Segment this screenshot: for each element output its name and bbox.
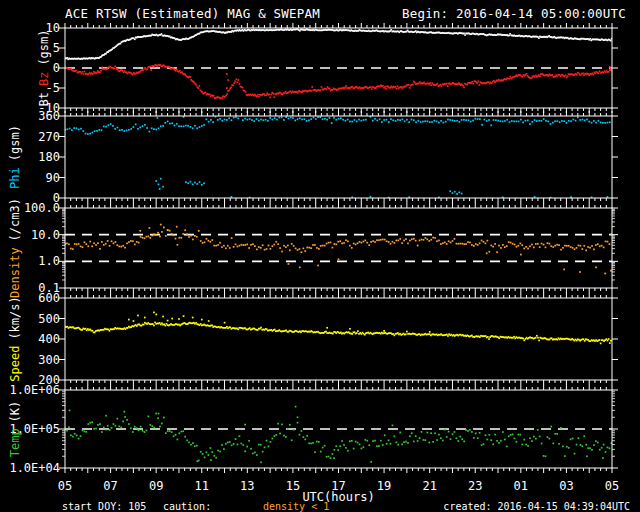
y-axis-label-temp-name: Temp <box>8 425 22 460</box>
panel-phi: 360270180900 <box>0 108 640 206</box>
ace-rtsw-plot: ACE RTSW (Estimated) MAG & SWEPAM Begin:… <box>0 0 640 512</box>
y-axis-label-speed-unit: (km/s) <box>8 293 22 342</box>
caution-value: density < 1 <box>263 501 329 512</box>
panel-frame <box>65 298 612 380</box>
y-tick-label: 180 <box>38 150 60 164</box>
y-axis-label-density: Density(/cm3) <box>8 195 22 301</box>
y-tick-label: 1.0E+06 <box>9 383 60 397</box>
data-points-bz <box>64 64 612 99</box>
y-axis-label-temp: Temp(K) <box>8 398 22 461</box>
panel-speed: 600500400300200 <box>0 290 640 388</box>
data-points-speed <box>64 312 612 345</box>
panel-frame <box>65 208 612 288</box>
panel-density: 100.010.01.00.1 <box>0 200 640 296</box>
y-axis-label-mag-unit: (gsm) <box>37 26 51 68</box>
y-axis-label-bt: Bt <box>37 89 51 109</box>
y-tick-label: 400 <box>38 332 60 346</box>
begin-timestamp: Begin: 2016-04-14 05:00:00UTC <box>402 6 626 21</box>
y-axis-label-speed-name: Speed <box>8 343 22 385</box>
data-points-density <box>64 224 612 275</box>
y-tick-label: 360 <box>38 109 60 123</box>
panel-mag: 1050-5-10 <box>0 20 640 116</box>
y-axis-label-phi: Phi(gsm) <box>8 122 22 192</box>
axis-ticks: 360270180900 <box>38 109 618 205</box>
data-points-phi <box>64 114 610 198</box>
page-title: ACE RTSW (Estimated) MAG & SWEPAM <box>65 6 320 21</box>
y-axis-label-density-unit: (/cm3) <box>8 195 22 244</box>
y-tick-label: 100.0 <box>24 201 60 215</box>
created-timestamp: created: 2016-04-15 04:39:04UTC <box>443 501 630 512</box>
y-tick-label: 300 <box>38 353 60 367</box>
y-tick-label: 270 <box>38 130 60 144</box>
y-axis-label-temp-unit: (K) <box>8 398 22 426</box>
y-tick-label: 600 <box>38 291 60 305</box>
start-doy-label: start DOY: 105 <box>62 501 146 512</box>
y-axis-label-mag: BtBz(gsm) <box>37 26 51 109</box>
y-tick-label: 1.0E+04 <box>9 461 60 475</box>
axis-ticks: 600500400300200 <box>38 291 618 387</box>
y-tick-label: 500 <box>38 312 60 326</box>
y-axis-label-speed: Speed(km/s) <box>8 293 22 384</box>
data-points-temp <box>64 406 612 463</box>
y-axis-label-phi-name: Phi <box>8 164 22 192</box>
caution-label: caution: <box>163 501 211 512</box>
y-tick-label: 90 <box>46 171 60 185</box>
y-axis-label-bz: Bz <box>37 69 51 89</box>
y-tick-label: 1.0 <box>38 254 60 268</box>
y-tick-label: 0 <box>53 61 60 75</box>
y-axis-label-phi-unit: (gsm) <box>8 122 22 164</box>
data-points-bt <box>64 28 612 60</box>
y-tick-label: 10.0 <box>31 228 60 242</box>
panel-temp: 1.0E+061.0E+051.0E+04 <box>0 382 640 476</box>
y-tick-label: 5 <box>53 41 60 55</box>
